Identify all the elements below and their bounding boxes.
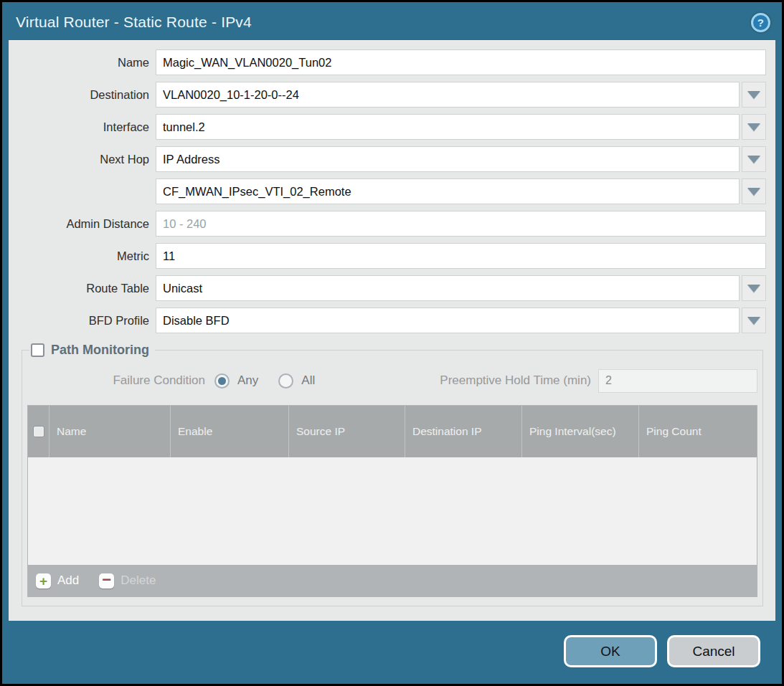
column-header-destination-ip: Destination IP bbox=[405, 406, 522, 457]
interface-input[interactable] bbox=[156, 114, 740, 140]
chevron-down-icon bbox=[747, 188, 760, 196]
bfd-profile-dropdown-button[interactable] bbox=[742, 308, 766, 333]
ok-button[interactable]: OK bbox=[564, 635, 657, 667]
destination-input[interactable] bbox=[156, 82, 740, 108]
next-hop-input-wrap bbox=[156, 146, 766, 172]
chevron-down-icon bbox=[747, 91, 760, 99]
preemptive-hold-time-input[interactable] bbox=[598, 369, 757, 393]
path-monitoring-table: Name Enable Source IP Destination IP Pin… bbox=[27, 405, 757, 597]
admin-distance-input[interactable] bbox=[156, 211, 766, 237]
column-header-enable: Enable bbox=[171, 406, 289, 457]
static-route-form: Name Destination Interface bbox=[9, 41, 775, 333]
bfd-profile-input[interactable] bbox=[156, 308, 740, 333]
cancel-button[interactable]: Cancel bbox=[667, 635, 760, 667]
field-row-next-hop-value bbox=[9, 178, 766, 204]
bfd-profile-input-wrap bbox=[156, 308, 766, 333]
chevron-down-icon bbox=[747, 123, 760, 131]
radio-unselected-icon bbox=[278, 373, 293, 389]
path-monitoring-title: Path Monitoring bbox=[51, 343, 149, 358]
name-label: Name bbox=[9, 56, 156, 70]
delete-minus-icon: − bbox=[99, 573, 114, 589]
table-header-row: Name Enable Source IP Destination IP Pin… bbox=[28, 406, 757, 457]
chevron-down-icon bbox=[747, 285, 760, 292]
next-hop-label: Next Hop bbox=[9, 153, 156, 166]
route-table-dropdown-button[interactable] bbox=[742, 275, 766, 301]
failure-condition-label: Failure Condition bbox=[27, 373, 205, 388]
route-table-label: Route Table bbox=[9, 282, 156, 295]
chevron-down-icon bbox=[747, 156, 760, 163]
dialog-content: Name Destination Interface bbox=[9, 40, 775, 621]
radio-selected-icon bbox=[214, 373, 230, 389]
failure-condition-any-radio[interactable]: Any bbox=[214, 373, 278, 389]
route-table-input-wrap bbox=[156, 275, 766, 301]
destination-input-wrap bbox=[156, 82, 766, 108]
path-monitoring-section: Path Monitoring Failure Condition Any Al… bbox=[22, 343, 763, 606]
next-hop-address-dropdown-button[interactable] bbox=[742, 178, 766, 204]
next-hop-type-dropdown-button[interactable] bbox=[742, 146, 766, 172]
destination-dropdown-button[interactable] bbox=[742, 82, 766, 108]
field-row-destination: Destination bbox=[9, 82, 766, 108]
next-hop-type-input[interactable] bbox=[156, 146, 740, 172]
column-header-ping-interval: Ping Interval(sec) bbox=[522, 406, 639, 457]
interface-dropdown-button[interactable] bbox=[742, 114, 766, 140]
failure-condition-row: Failure Condition Any All Preemptive Hol… bbox=[27, 368, 757, 394]
table-toolbar: + Add − Delete bbox=[28, 565, 757, 596]
path-monitoring-checkbox[interactable] bbox=[31, 343, 44, 357]
field-row-next-hop: Next Hop bbox=[9, 146, 766, 172]
column-header-ping-count: Ping Count bbox=[639, 406, 757, 457]
interface-input-wrap bbox=[156, 114, 766, 140]
help-icon[interactable]: ? bbox=[751, 13, 770, 32]
field-row-admin-distance: Admin Distance bbox=[9, 211, 766, 237]
interface-label: Interface bbox=[9, 120, 156, 134]
field-row-interface: Interface bbox=[9, 114, 766, 140]
add-button[interactable]: + Add bbox=[36, 573, 79, 589]
destination-label: Destination bbox=[9, 88, 156, 102]
preemptive-hold-time-label: Preemptive Hold Time (min) bbox=[440, 373, 591, 388]
table-body-empty bbox=[28, 457, 757, 565]
next-hop-value-input-wrap bbox=[156, 178, 766, 204]
admin-distance-input-wrap bbox=[156, 211, 766, 237]
field-row-bfd-profile: BFD Profile bbox=[9, 308, 766, 333]
dialog-title: Virtual Router - Static Route - IPv4 bbox=[16, 14, 252, 31]
field-row-name: Name bbox=[9, 49, 766, 75]
name-input-wrap bbox=[156, 49, 766, 75]
metric-label: Metric bbox=[9, 249, 156, 263]
radio-any-label: Any bbox=[237, 373, 258, 388]
add-plus-icon: + bbox=[36, 573, 51, 589]
add-button-label: Add bbox=[57, 573, 79, 588]
metric-input-wrap bbox=[156, 243, 766, 269]
path-monitoring-legend: Path Monitoring bbox=[29, 343, 155, 358]
select-all-checkbox[interactable] bbox=[33, 426, 44, 437]
dialog-footer: OK Cancel bbox=[564, 635, 760, 667]
metric-input[interactable] bbox=[156, 243, 766, 269]
radio-all-label: All bbox=[301, 373, 315, 388]
next-hop-address-input[interactable] bbox=[156, 178, 740, 204]
column-header-name: Name bbox=[49, 406, 171, 457]
titlebar: Virtual Router - Static Route - IPv4 ? bbox=[2, 2, 782, 39]
static-route-dialog: Virtual Router - Static Route - IPv4 ? N… bbox=[0, 0, 784, 686]
field-row-metric: Metric bbox=[9, 243, 766, 269]
column-header-source-ip: Source IP bbox=[289, 406, 405, 457]
admin-distance-label: Admin Distance bbox=[9, 217, 156, 231]
delete-button-label: Delete bbox=[121, 573, 156, 588]
failure-condition-all-radio[interactable]: All bbox=[278, 373, 335, 389]
bfd-profile-label: BFD Profile bbox=[9, 314, 156, 328]
delete-button[interactable]: − Delete bbox=[99, 573, 156, 589]
name-input[interactable] bbox=[156, 49, 766, 75]
field-row-route-table: Route Table bbox=[9, 275, 766, 301]
select-all-cell bbox=[28, 406, 49, 457]
route-table-input[interactable] bbox=[156, 275, 740, 301]
chevron-down-icon bbox=[747, 317, 760, 325]
